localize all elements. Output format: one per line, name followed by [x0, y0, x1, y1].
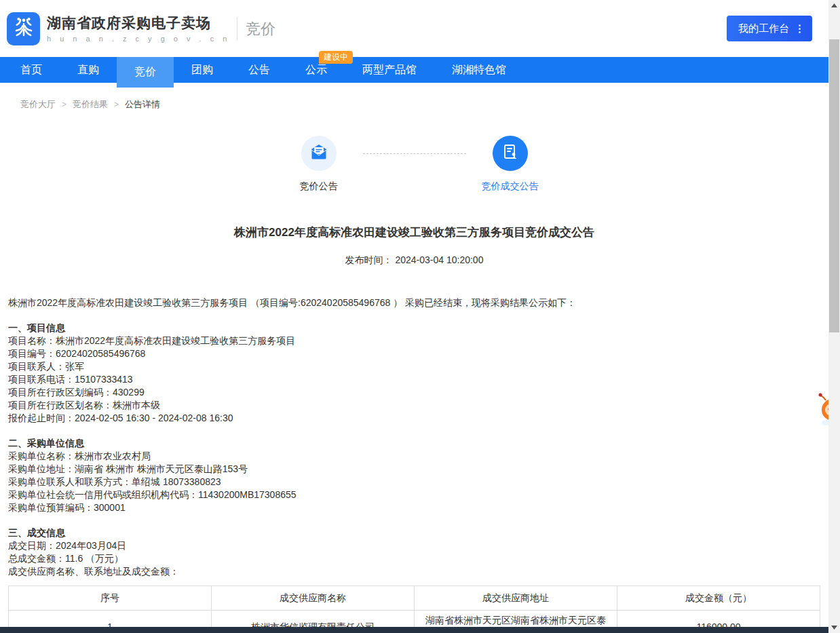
header: 湖南省政府采购电子卖场 h u n a n . z c y g o v . c …	[0, 0, 828, 57]
col-serial-number: 序号	[9, 586, 212, 611]
info-line: 项目编号：62024020585496768	[8, 347, 820, 360]
brand-domain: h u n a n . z c y g o v . c n	[47, 35, 230, 43]
publish-time-label: 发布时间：	[345, 254, 393, 265]
header-divider	[237, 17, 237, 40]
info-line: 采购单位预算编码：300001	[8, 501, 820, 514]
info-line: 成交供应商名称、联系地址及成交金额：	[8, 565, 820, 578]
more-vertical-icon	[799, 24, 801, 33]
announcement-body: 株洲市2022年度高标准农田建设竣工验收第三方服务项目 （项目编号:620240…	[0, 296, 828, 633]
step1-label: 竞价公告	[275, 180, 363, 193]
info-line: 项目所在行政区划编码：430299	[8, 386, 820, 399]
col-supplier-name: 成交供应商名称	[212, 586, 415, 611]
info-line: 项目所在行政区划名称：株洲市本级	[8, 399, 820, 412]
nav-item-direct-purchase[interactable]: 直购	[60, 57, 117, 83]
scrollbar-thumb[interactable]	[829, 39, 839, 332]
breadcrumb-announcement-detail: 公告详情	[125, 98, 160, 111]
mail-icon	[310, 143, 328, 164]
brand-title: 湖南省政府采购电子卖场	[47, 14, 230, 32]
section-buyer-info: 二、采购单位信息 采购单位名称：株洲市农业农村局 采购单位地址：湖南省 株洲市 …	[8, 437, 820, 514]
workbench-button-label: 我的工作台	[738, 22, 789, 35]
workbench-button[interactable]: 我的工作台	[727, 16, 812, 41]
section-heading: 三、成交信息	[8, 526, 820, 539]
breadcrumb-separator: >	[114, 100, 119, 109]
helper-mascot[interactable]	[816, 391, 828, 430]
zcy-logo-icon	[12, 16, 35, 41]
info-line: 总成交金额：11.6 （万元）	[8, 552, 820, 565]
progress-steps: 竞价公告 竞价成交公告	[0, 136, 828, 193]
nav-item-home[interactable]: 首页	[3, 57, 60, 83]
nav-item-hunan-specialty[interactable]: 湖湘特色馆	[434, 57, 524, 83]
announcement-title: 株洲市2022年度高标准农田建设竣工验收第三方服务项目竞价成交公告	[0, 225, 828, 240]
breadcrumb-separator: >	[62, 100, 66, 109]
step-bidding-announcement: 竞价公告	[275, 136, 363, 193]
step1-circle	[301, 136, 337, 171]
section-heading: 一、项目信息	[8, 322, 820, 334]
site-logo[interactable]	[7, 12, 40, 45]
section-project-info: 一、项目信息 项目名称：株洲市2022年度高标准农田建设竣工验收第三方服务项目 …	[8, 322, 820, 425]
main-nav: 首页 直购 竞价 团购 公告 公示 两型产品馆 湖湘特色馆 建设中	[0, 57, 828, 83]
page: 湖南省政府采购电子卖场 h u n a n . z c y g o v . c …	[0, 0, 840, 633]
info-line: 报价起止时间：2024-02-05 16:30 - 2024-02-08 16:…	[8, 412, 820, 425]
col-deal-amount: 成交金额（元）	[617, 586, 820, 611]
nav-item-bidding[interactable]: 竞价	[117, 57, 174, 88]
step2-label: 竞价成交公告	[466, 180, 554, 193]
info-line: 采购单位名称：株洲市农业农村局	[8, 450, 820, 463]
header-actions: 我的工作台	[727, 16, 812, 41]
table-header-row: 序号 成交供应商名称 成交供应商地址 成交金额（元）	[9, 586, 820, 611]
intro-paragraph: 株洲市2022年度高标准农田建设竣工验收第三方服务项目 （项目编号:620240…	[8, 296, 820, 309]
footer-bar	[0, 627, 828, 633]
info-line: 采购单位地址：湖南省 株洲市 株洲市天元区泰山路153号	[8, 463, 820, 476]
info-line: 项目名称：株洲市2022年度高标准农田建设竣工验收第三方服务项目	[8, 334, 820, 347]
info-line: 采购单位社会统一信用代码或组织机构代码：11430200MB17308655	[8, 488, 820, 501]
publish-time-value: 2024-03-04 10:20:00	[395, 254, 483, 265]
step-deal-announcement: 竞价成交公告	[466, 136, 554, 193]
deal-suppliers-table: 序号 成交供应商名称 成交供应商地址 成交金额（元） 1 株洲市华信监理有限责任…	[8, 586, 820, 633]
header-section-label: 竞价	[246, 20, 275, 38]
section-heading: 二、采购单位信息	[8, 437, 820, 450]
step2-circle	[493, 136, 528, 171]
publish-time: 发布时间： 2024-03-04 10:20:00	[0, 254, 828, 267]
breadcrumb-bidding-hall[interactable]: 竞价大厅	[20, 98, 56, 111]
info-line: 项目联系人：张军	[8, 360, 820, 373]
step-connector-dashed-line	[363, 153, 466, 154]
scroll-down-arrow-icon[interactable]	[828, 622, 840, 633]
under-construction-badge: 建设中	[319, 51, 353, 64]
breadcrumb-bidding-results[interactable]: 竞价结果	[73, 98, 108, 111]
col-supplier-address: 成交供应商地址	[415, 586, 617, 611]
nav-item-two-type-products[interactable]: 两型产品馆	[345, 57, 434, 83]
info-line: 成交日期：2024年03月04日	[8, 539, 820, 552]
info-line: 采购单位联系人和联系方式：单绍城 18073380823	[8, 476, 820, 488]
nav-item-announcement[interactable]: 公告	[231, 57, 288, 83]
vertical-scrollbar[interactable]	[828, 0, 840, 633]
brand-block: 湖南省政府采购电子卖场 h u n a n . z c y g o v . c …	[47, 14, 230, 43]
nav-item-group-purchase[interactable]: 团购	[174, 57, 231, 83]
scroll-up-arrow-icon[interactable]	[828, 0, 840, 11]
deal-document-icon	[502, 144, 518, 163]
info-line: 项目联系电话：15107333413	[8, 373, 820, 386]
section-deal-info: 三、成交信息 成交日期：2024年03月04日 总成交金额：11.6 （万元） …	[8, 526, 820, 578]
